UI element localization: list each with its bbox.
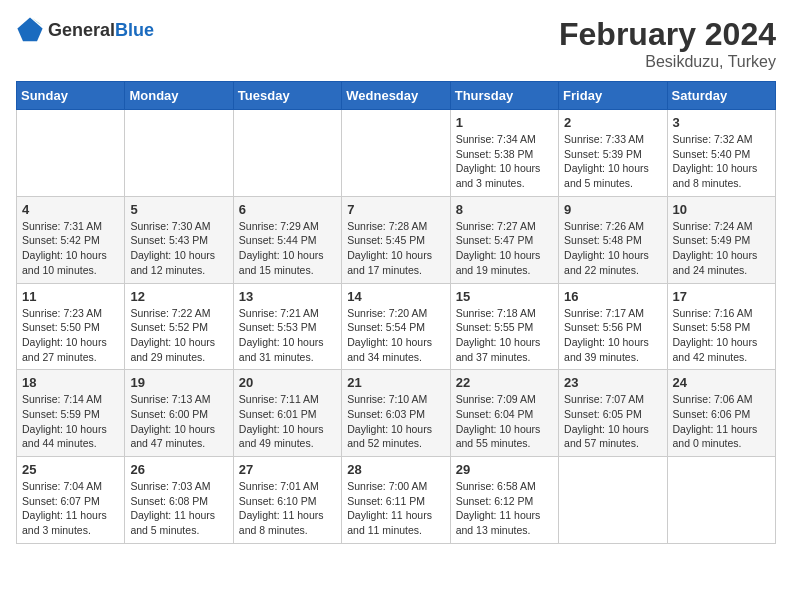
day-info: Sunrise: 6:58 AM Sunset: 6:12 PM Dayligh… (456, 479, 553, 538)
day-number: 25 (22, 462, 119, 477)
day-number: 17 (673, 289, 770, 304)
logo: GeneralBlue (16, 16, 154, 44)
day-number: 13 (239, 289, 336, 304)
calendar-cell: 17Sunrise: 7:16 AM Sunset: 5:58 PM Dayli… (667, 283, 775, 370)
day-info: Sunrise: 7:22 AM Sunset: 5:52 PM Dayligh… (130, 306, 227, 365)
title-section: February 2024 Besikduzu, Turkey (559, 16, 776, 71)
day-info: Sunrise: 7:34 AM Sunset: 5:38 PM Dayligh… (456, 132, 553, 191)
day-info: Sunrise: 7:28 AM Sunset: 5:45 PM Dayligh… (347, 219, 444, 278)
day-info: Sunrise: 7:11 AM Sunset: 6:01 PM Dayligh… (239, 392, 336, 451)
calendar-cell: 24Sunrise: 7:06 AM Sunset: 6:06 PM Dayli… (667, 370, 775, 457)
day-info: Sunrise: 7:18 AM Sunset: 5:55 PM Dayligh… (456, 306, 553, 365)
day-number: 11 (22, 289, 119, 304)
month-title: February 2024 (559, 16, 776, 53)
day-number: 15 (456, 289, 553, 304)
day-info: Sunrise: 7:03 AM Sunset: 6:08 PM Dayligh… (130, 479, 227, 538)
calendar-cell (667, 457, 775, 544)
calendar-cell: 20Sunrise: 7:11 AM Sunset: 6:01 PM Dayli… (233, 370, 341, 457)
day-info: Sunrise: 7:23 AM Sunset: 5:50 PM Dayligh… (22, 306, 119, 365)
day-number: 14 (347, 289, 444, 304)
day-info: Sunrise: 7:33 AM Sunset: 5:39 PM Dayligh… (564, 132, 661, 191)
calendar-cell: 3Sunrise: 7:32 AM Sunset: 5:40 PM Daylig… (667, 110, 775, 197)
calendar-table: SundayMondayTuesdayWednesdayThursdayFrid… (16, 81, 776, 544)
calendar-cell: 15Sunrise: 7:18 AM Sunset: 5:55 PM Dayli… (450, 283, 558, 370)
calendar-cell: 26Sunrise: 7:03 AM Sunset: 6:08 PM Dayli… (125, 457, 233, 544)
day-number: 21 (347, 375, 444, 390)
day-info: Sunrise: 7:31 AM Sunset: 5:42 PM Dayligh… (22, 219, 119, 278)
day-number: 5 (130, 202, 227, 217)
day-info: Sunrise: 7:30 AM Sunset: 5:43 PM Dayligh… (130, 219, 227, 278)
calendar-cell: 12Sunrise: 7:22 AM Sunset: 5:52 PM Dayli… (125, 283, 233, 370)
calendar-cell: 10Sunrise: 7:24 AM Sunset: 5:49 PM Dayli… (667, 196, 775, 283)
calendar-week-2: 4Sunrise: 7:31 AM Sunset: 5:42 PM Daylig… (17, 196, 776, 283)
weekday-header-row: SundayMondayTuesdayWednesdayThursdayFrid… (17, 82, 776, 110)
weekday-header-tuesday: Tuesday (233, 82, 341, 110)
calendar-cell: 29Sunrise: 6:58 AM Sunset: 6:12 PM Dayli… (450, 457, 558, 544)
calendar-cell (342, 110, 450, 197)
day-info: Sunrise: 7:14 AM Sunset: 5:59 PM Dayligh… (22, 392, 119, 451)
day-number: 23 (564, 375, 661, 390)
day-info: Sunrise: 7:07 AM Sunset: 6:05 PM Dayligh… (564, 392, 661, 451)
day-number: 29 (456, 462, 553, 477)
day-number: 10 (673, 202, 770, 217)
calendar-cell: 25Sunrise: 7:04 AM Sunset: 6:07 PM Dayli… (17, 457, 125, 544)
day-info: Sunrise: 7:29 AM Sunset: 5:44 PM Dayligh… (239, 219, 336, 278)
calendar-cell: 28Sunrise: 7:00 AM Sunset: 6:11 PM Dayli… (342, 457, 450, 544)
calendar-week-5: 25Sunrise: 7:04 AM Sunset: 6:07 PM Dayli… (17, 457, 776, 544)
calendar-cell (125, 110, 233, 197)
day-info: Sunrise: 7:20 AM Sunset: 5:54 PM Dayligh… (347, 306, 444, 365)
day-info: Sunrise: 7:00 AM Sunset: 6:11 PM Dayligh… (347, 479, 444, 538)
calendar-cell: 18Sunrise: 7:14 AM Sunset: 5:59 PM Dayli… (17, 370, 125, 457)
day-number: 1 (456, 115, 553, 130)
day-info: Sunrise: 7:26 AM Sunset: 5:48 PM Dayligh… (564, 219, 661, 278)
calendar-cell: 8Sunrise: 7:27 AM Sunset: 5:47 PM Daylig… (450, 196, 558, 283)
day-number: 7 (347, 202, 444, 217)
weekday-header-thursday: Thursday (450, 82, 558, 110)
day-number: 24 (673, 375, 770, 390)
day-number: 16 (564, 289, 661, 304)
calendar-cell: 9Sunrise: 7:26 AM Sunset: 5:48 PM Daylig… (559, 196, 667, 283)
day-info: Sunrise: 7:13 AM Sunset: 6:00 PM Dayligh… (130, 392, 227, 451)
day-number: 28 (347, 462, 444, 477)
weekday-header-saturday: Saturday (667, 82, 775, 110)
calendar-cell: 1Sunrise: 7:34 AM Sunset: 5:38 PM Daylig… (450, 110, 558, 197)
calendar-cell: 22Sunrise: 7:09 AM Sunset: 6:04 PM Dayli… (450, 370, 558, 457)
calendar-cell: 7Sunrise: 7:28 AM Sunset: 5:45 PM Daylig… (342, 196, 450, 283)
logo-icon (16, 16, 44, 44)
logo-general: General (48, 20, 115, 40)
day-info: Sunrise: 7:10 AM Sunset: 6:03 PM Dayligh… (347, 392, 444, 451)
calendar-cell: 13Sunrise: 7:21 AM Sunset: 5:53 PM Dayli… (233, 283, 341, 370)
day-info: Sunrise: 7:24 AM Sunset: 5:49 PM Dayligh… (673, 219, 770, 278)
day-number: 12 (130, 289, 227, 304)
day-info: Sunrise: 7:06 AM Sunset: 6:06 PM Dayligh… (673, 392, 770, 451)
calendar-cell: 27Sunrise: 7:01 AM Sunset: 6:10 PM Dayli… (233, 457, 341, 544)
day-info: Sunrise: 7:16 AM Sunset: 5:58 PM Dayligh… (673, 306, 770, 365)
day-number: 2 (564, 115, 661, 130)
day-info: Sunrise: 7:04 AM Sunset: 6:07 PM Dayligh… (22, 479, 119, 538)
logo-blue: Blue (115, 20, 154, 40)
page-header: GeneralBlue February 2024 Besikduzu, Tur… (16, 16, 776, 71)
calendar-cell (233, 110, 341, 197)
calendar-week-3: 11Sunrise: 7:23 AM Sunset: 5:50 PM Dayli… (17, 283, 776, 370)
calendar-cell: 5Sunrise: 7:30 AM Sunset: 5:43 PM Daylig… (125, 196, 233, 283)
day-number: 26 (130, 462, 227, 477)
day-info: Sunrise: 7:32 AM Sunset: 5:40 PM Dayligh… (673, 132, 770, 191)
calendar-cell: 2Sunrise: 7:33 AM Sunset: 5:39 PM Daylig… (559, 110, 667, 197)
calendar-cell: 14Sunrise: 7:20 AM Sunset: 5:54 PM Dayli… (342, 283, 450, 370)
calendar-cell (17, 110, 125, 197)
day-number: 4 (22, 202, 119, 217)
calendar-cell: 4Sunrise: 7:31 AM Sunset: 5:42 PM Daylig… (17, 196, 125, 283)
day-info: Sunrise: 7:09 AM Sunset: 6:04 PM Dayligh… (456, 392, 553, 451)
weekday-header-monday: Monday (125, 82, 233, 110)
calendar-cell: 23Sunrise: 7:07 AM Sunset: 6:05 PM Dayli… (559, 370, 667, 457)
day-number: 3 (673, 115, 770, 130)
day-number: 18 (22, 375, 119, 390)
day-number: 9 (564, 202, 661, 217)
day-number: 6 (239, 202, 336, 217)
day-number: 19 (130, 375, 227, 390)
weekday-header-sunday: Sunday (17, 82, 125, 110)
day-number: 20 (239, 375, 336, 390)
calendar-cell: 11Sunrise: 7:23 AM Sunset: 5:50 PM Dayli… (17, 283, 125, 370)
location-subtitle: Besikduzu, Turkey (559, 53, 776, 71)
day-number: 27 (239, 462, 336, 477)
